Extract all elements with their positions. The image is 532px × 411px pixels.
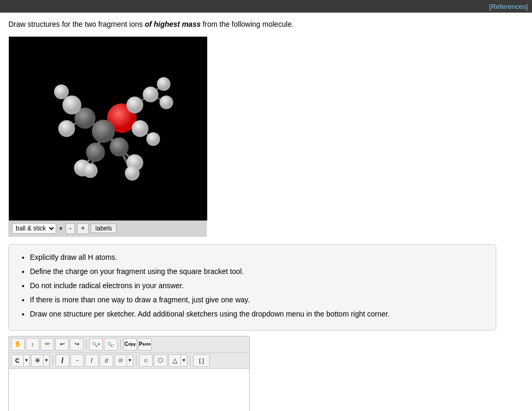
sketcher-canvas[interactable]: ? bbox=[9, 369, 249, 411]
separator-1 bbox=[86, 339, 87, 350]
question-prefix: Draw structures for the two fragment ion… bbox=[8, 20, 145, 28]
zoom-in-button[interactable]: + bbox=[77, 223, 89, 234]
separator-5 bbox=[190, 355, 190, 366]
labels-button[interactable]: labels bbox=[91, 224, 116, 233]
molecule-svg bbox=[9, 37, 207, 220]
bond-tool-group: /// ▼ bbox=[114, 354, 133, 367]
carbon-bottom-right bbox=[110, 138, 129, 156]
view-mode-select[interactable]: ball & stick wireframe stick spacefill bbox=[12, 223, 56, 234]
molecule-viewer: ball & stick wireframe stick spacefill ▼… bbox=[8, 36, 207, 237]
sketcher-toolbar-bottom: C ▼ ⊕ ▼ / ··· / // /// ▼ ○ bbox=[9, 353, 249, 369]
p-tool[interactable]: Paste bbox=[138, 338, 152, 351]
molecule-canvas[interactable] bbox=[9, 37, 207, 220]
ring-select-tool[interactable]: △ bbox=[168, 354, 181, 367]
carbon-bottom-left bbox=[86, 143, 105, 162]
draw-tool[interactable]: ✏ bbox=[40, 338, 54, 351]
dotted-line-tool[interactable]: ··· bbox=[70, 354, 84, 367]
question-italic: of highest mass bbox=[145, 20, 201, 28]
ring-dropdown[interactable]: ▼ bbox=[181, 354, 187, 367]
c-tool[interactable]: Cdpy bbox=[123, 338, 137, 351]
main-content: Draw structures for the two fragment ion… bbox=[0, 13, 532, 411]
c-element-selector: C ▼ bbox=[11, 354, 30, 367]
h-atom-10 bbox=[126, 97, 143, 113]
separator-4 bbox=[136, 355, 136, 366]
instruction-item-3: Do not include radical electrons in your… bbox=[30, 280, 485, 291]
instruction-item-4: If there is more than one way to draw a … bbox=[30, 294, 485, 305]
h-atom-5 bbox=[83, 163, 98, 178]
sketcher-zoom-in[interactable]: 🔍+ bbox=[89, 338, 103, 351]
h-atom-13 bbox=[157, 77, 171, 91]
bond-dropdown[interactable]: ▼ bbox=[127, 354, 133, 367]
line-tool[interactable]: / bbox=[56, 354, 69, 367]
charge-tool-group: ⊕ ▼ bbox=[31, 354, 50, 367]
ring-tool-group: △ ▼ bbox=[168, 354, 187, 367]
h-atom-1 bbox=[62, 96, 81, 114]
double-bond-tool[interactable]: // bbox=[100, 354, 113, 367]
hex-ring-tool[interactable]: ⬡ bbox=[154, 354, 167, 367]
h-atom-7 bbox=[125, 166, 140, 181]
bond-tool[interactable]: /// bbox=[114, 354, 127, 367]
charge-tool[interactable]: ⊕ bbox=[31, 354, 44, 367]
instructions-box: Explicitly draw all H atoms. Define the … bbox=[8, 244, 496, 331]
instruction-item-5: Draw one structure per sketcher. Add add… bbox=[30, 309, 485, 320]
sketcher-toolbar-top: ✋ ↑ ✏ ↩ ↪ 🔍+ 🔍- Cdpy Paste bbox=[9, 336, 249, 353]
view-select-arrow: ▼ bbox=[58, 226, 63, 231]
hand-tool[interactable]: ✋ bbox=[11, 338, 25, 351]
h-atom-12 bbox=[159, 96, 173, 109]
redo-button[interactable]: ↪ bbox=[70, 338, 83, 351]
select-tool[interactable]: ↑ bbox=[26, 338, 39, 351]
h-atom-2 bbox=[58, 120, 75, 137]
references-link[interactable]: [References] bbox=[489, 3, 528, 10]
h-atom-3 bbox=[54, 85, 69, 99]
instructions-list: Explicitly draw all H atoms. Define the … bbox=[19, 252, 485, 320]
h-atom-11 bbox=[143, 87, 158, 102]
bracket-tool[interactable]: [ ] bbox=[193, 354, 210, 367]
carbon-center bbox=[92, 120, 115, 143]
instruction-item-1: Explicitly draw all H atoms. bbox=[30, 252, 485, 263]
instruction-item-2: Define the charge on your fragment using… bbox=[30, 266, 485, 277]
zoom-out-button[interactable]: - bbox=[66, 223, 75, 234]
sketcher-container: ✋ ↑ ✏ ↩ ↪ 🔍+ 🔍- Cdpy Paste C ▼ bbox=[8, 336, 250, 411]
c-element-button[interactable]: C bbox=[11, 354, 24, 367]
question-text: Draw structures for the two fragment ion… bbox=[8, 19, 524, 30]
molecule-controls: ball & stick wireframe stick spacefill ▼… bbox=[9, 220, 206, 236]
c-element-dropdown[interactable]: ▼ bbox=[24, 354, 30, 367]
separator-2 bbox=[120, 339, 121, 350]
sketcher-zoom-out[interactable]: 🔍- bbox=[104, 338, 118, 351]
top-bar: [References] bbox=[0, 0, 532, 13]
question-suffix: from the following molecule. bbox=[200, 20, 293, 28]
charge-dropdown[interactable]: ▼ bbox=[44, 354, 50, 367]
undo-button[interactable]: ↩ bbox=[55, 338, 69, 351]
separator-3 bbox=[52, 355, 53, 366]
single-bond-tool[interactable]: / bbox=[85, 354, 99, 367]
h-atom-9 bbox=[146, 132, 160, 146]
h-atom-8 bbox=[132, 120, 148, 137]
ring-tool[interactable]: ○ bbox=[139, 354, 153, 367]
